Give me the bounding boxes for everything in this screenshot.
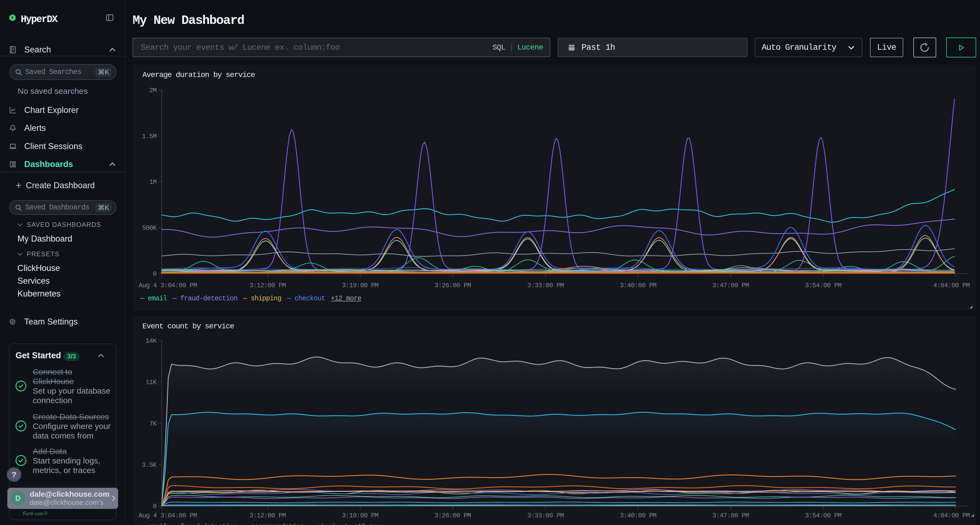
- svg-text:3.5K: 3.5K: [142, 462, 157, 469]
- svg-text:0: 0: [153, 270, 156, 278]
- svg-text:3:12:00 PM: 3:12:00 PM: [249, 282, 286, 289]
- svg-text:3:54:00 PM: 3:54:00 PM: [805, 512, 842, 519]
- svg-text:4:04:00 PM: 4:04:00 PM: [933, 282, 970, 289]
- svg-text:Aug 4 3:04:00 PM: Aug 4 3:04:00 PM: [138, 512, 197, 519]
- svg-text:3:19:00 PM: 3:19:00 PM: [342, 282, 379, 289]
- svg-text:3:26:00 PM: 3:26:00 PM: [434, 282, 471, 289]
- svg-text:2M: 2M: [149, 87, 156, 94]
- svg-text:1.5M: 1.5M: [142, 133, 156, 140]
- svg-text:3:26:00 PM: 3:26:00 PM: [434, 512, 471, 519]
- svg-text:14K: 14K: [146, 337, 157, 345]
- svg-text:4:04:00 PM: 4:04:00 PM: [933, 512, 970, 519]
- svg-text:3:54:00 PM: 3:54:00 PM: [805, 282, 842, 289]
- svg-text:3:33:00 PM: 3:33:00 PM: [527, 282, 564, 289]
- svg-text:3:19:00 PM: 3:19:00 PM: [342, 512, 379, 519]
- svg-text:3:12:00 PM: 3:12:00 PM: [249, 512, 286, 519]
- svg-text:500K: 500K: [142, 224, 157, 232]
- svg-text:3:40:00 PM: 3:40:00 PM: [620, 512, 656, 519]
- svg-text:0: 0: [153, 503, 156, 510]
- svg-text:3:47:00 PM: 3:47:00 PM: [713, 512, 749, 519]
- svg-text:Aug 4 3:04:00 PM: Aug 4 3:04:00 PM: [138, 282, 197, 289]
- svg-text:1M: 1M: [149, 178, 156, 186]
- svg-text:11K: 11K: [146, 379, 157, 386]
- svg-text:3:33:00 PM: 3:33:00 PM: [527, 512, 564, 519]
- svg-text:7K: 7K: [149, 420, 157, 427]
- svg-text:3:40:00 PM: 3:40:00 PM: [620, 282, 656, 289]
- svg-text:3:47:00 PM: 3:47:00 PM: [713, 282, 749, 289]
